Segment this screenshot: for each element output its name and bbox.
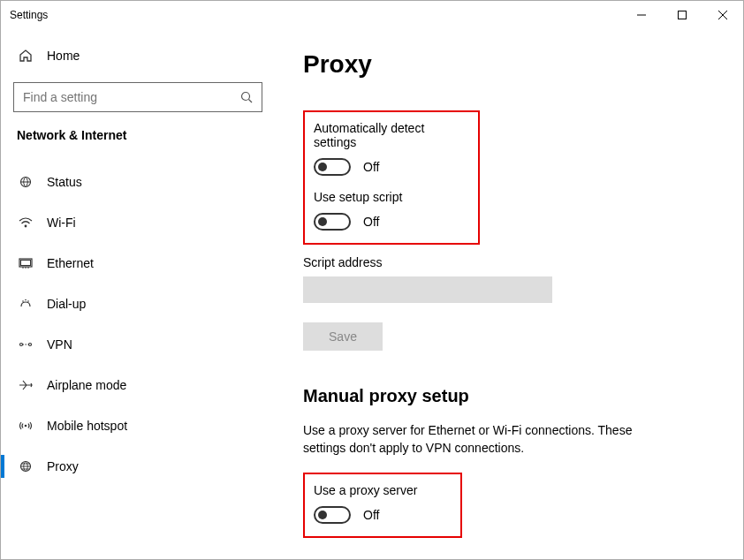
manual-helper-text: Use a proxy server for Ethernet or Wi-Fi… bbox=[303, 422, 674, 457]
sidebar-item-label: Ethernet bbox=[47, 256, 94, 270]
setup-script-toggle[interactable] bbox=[314, 213, 351, 231]
proxy-icon bbox=[17, 458, 34, 475]
sidebar-item-label: Wi-Fi bbox=[47, 216, 76, 230]
highlight-proxy-server: Use a proxy server Off bbox=[303, 473, 462, 538]
sidebar-item-proxy[interactable]: Proxy bbox=[1, 446, 275, 487]
sidebar-item-ethernet[interactable]: Ethernet bbox=[1, 243, 275, 284]
sidebar-item-label: Airplane mode bbox=[47, 378, 126, 392]
maximize-button[interactable] bbox=[662, 1, 702, 29]
svg-point-16 bbox=[20, 344, 23, 346]
sidebar-item-wifi[interactable]: Wi-Fi bbox=[1, 202, 275, 243]
svg-point-17 bbox=[29, 344, 32, 346]
svg-rect-1 bbox=[679, 11, 687, 19]
auto-detect-label: Automatically detect settings bbox=[314, 121, 469, 149]
sidebar-item-label: Status bbox=[47, 175, 82, 189]
window-controls bbox=[621, 1, 743, 29]
auto-detect-toggle[interactable] bbox=[314, 158, 351, 176]
svg-point-7 bbox=[25, 225, 27, 228]
section-label: Network & Internet bbox=[1, 128, 275, 142]
svg-point-19 bbox=[25, 425, 27, 428]
save-button[interactable]: Save bbox=[303, 322, 383, 351]
svg-point-4 bbox=[242, 93, 250, 101]
sidebar-item-label: VPN bbox=[47, 337, 72, 352]
use-proxy-state: Off bbox=[363, 508, 379, 522]
dialup-icon bbox=[17, 295, 34, 313]
manual-section-title: Manual proxy setup bbox=[303, 386, 717, 406]
sidebar: Home Network & Internet Status Wi-Fi bbox=[1, 29, 275, 559]
home-label: Home bbox=[47, 49, 80, 63]
sidebar-item-label: Mobile hotspot bbox=[47, 419, 127, 433]
sidebar-item-hotspot[interactable]: Mobile hotspot bbox=[1, 405, 275, 446]
use-proxy-label: Use a proxy server bbox=[314, 483, 452, 497]
svg-point-13 bbox=[22, 300, 24, 302]
sidebar-item-dialup[interactable]: Dial-up bbox=[1, 284, 275, 324]
use-proxy-toggle[interactable] bbox=[314, 506, 351, 524]
auto-detect-state: Off bbox=[363, 160, 379, 174]
search-box[interactable] bbox=[13, 82, 262, 112]
script-address-label: Script address bbox=[303, 255, 717, 269]
close-button[interactable] bbox=[702, 1, 743, 29]
highlight-auto-section: Automatically detect settings Off Use se… bbox=[303, 110, 480, 245]
status-icon bbox=[17, 173, 34, 191]
home-link[interactable]: Home bbox=[1, 38, 275, 73]
minimize-icon bbox=[637, 11, 646, 19]
svg-point-15 bbox=[27, 300, 29, 302]
svg-point-14 bbox=[25, 299, 27, 301]
svg-rect-9 bbox=[21, 261, 31, 266]
setup-script-state: Off bbox=[363, 215, 379, 229]
titlebar: Settings bbox=[1, 1, 743, 29]
hotspot-icon bbox=[17, 417, 34, 435]
home-icon bbox=[17, 47, 34, 64]
maximize-icon bbox=[678, 11, 687, 19]
sidebar-item-vpn[interactable]: VPN bbox=[1, 324, 275, 365]
svg-line-5 bbox=[249, 100, 253, 103]
ethernet-icon bbox=[17, 254, 34, 272]
setup-script-label: Use setup script bbox=[314, 190, 469, 204]
sidebar-item-label: Dial-up bbox=[47, 297, 86, 311]
sidebar-item-label: Proxy bbox=[47, 459, 79, 473]
sidebar-item-status[interactable]: Status bbox=[1, 162, 275, 202]
page-title: Proxy bbox=[303, 50, 717, 79]
wifi-icon bbox=[17, 214, 34, 231]
window-title: Settings bbox=[10, 9, 48, 21]
search-input[interactable] bbox=[23, 90, 240, 104]
sidebar-item-airplane[interactable]: Airplane mode bbox=[1, 365, 275, 405]
vpn-icon bbox=[17, 336, 34, 353]
airplane-icon bbox=[17, 376, 34, 394]
close-icon bbox=[718, 11, 727, 19]
search-icon bbox=[240, 91, 253, 103]
main-content: Proxy Automatically detect settings Off … bbox=[275, 29, 743, 559]
script-address-input[interactable] bbox=[303, 276, 552, 303]
minimize-button[interactable] bbox=[621, 1, 662, 29]
